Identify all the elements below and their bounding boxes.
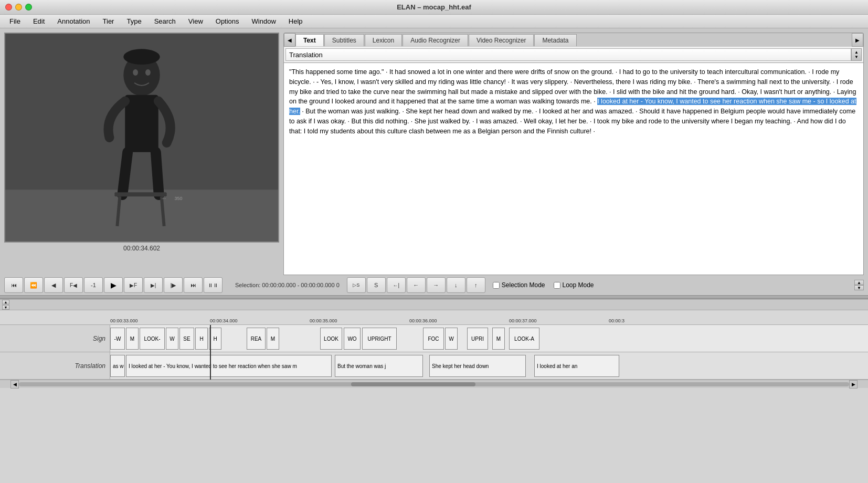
scroll-left-button[interactable]: ◀	[10, 380, 19, 388]
sign-cell-look2[interactable]: LOOK	[320, 328, 342, 350]
ruler-label-0: 00:00:33.000	[110, 318, 210, 323]
sign-cell-m2[interactable]: M	[267, 328, 279, 350]
transport-buttons: ⏮ ⏪ ◀ F◀ -1 ▶ ▶F ▶| |▶ ⏭ ⏸⏸	[4, 277, 223, 293]
text-after-highlight: · But the woman was just walking. · She …	[289, 108, 855, 135]
sign-cell-w3[interactable]: W	[445, 328, 458, 350]
timeline-nav-buttons: ▲ ▼	[2, 300, 9, 310]
tab-metadata[interactable]: Metadata	[534, 34, 576, 46]
menu-file[interactable]: File	[4, 16, 26, 26]
menu-edit[interactable]: Edit	[28, 16, 50, 26]
svg-rect-3	[125, 95, 158, 152]
sign-cell-se[interactable]: SE	[179, 328, 194, 350]
ruler-ticks: 00:00:33.000 00:00:34.000 00:00:35.000 0…	[110, 318, 708, 323]
menu-window[interactable]: Window	[247, 16, 281, 26]
dropdown-bar: Translation Sign ▲ ▼	[283, 47, 864, 63]
menu-type[interactable]: Type	[121, 16, 146, 26]
tab-audio-recognizer[interactable]: Audio Recognizer	[403, 34, 468, 46]
sign-cell-looka[interactable]: LOOK-A	[509, 328, 539, 350]
previous-scroll-button[interactable]: ⏪	[24, 277, 43, 293]
fast-back-button[interactable]: -1	[84, 277, 103, 293]
go-selection-begin-button[interactable]: ←|	[387, 277, 406, 293]
menu-options[interactable]: Options	[210, 16, 245, 26]
trans-cell-main[interactable]: I looked at her - You know, I wanted to …	[126, 355, 332, 377]
ruler-label-3: 00:00:36.000	[409, 318, 509, 323]
trans-cell-she[interactable]: She kept her head down	[429, 355, 526, 377]
forward-step-button[interactable]: →	[427, 277, 446, 293]
tab-lexicon[interactable]: Lexicon	[365, 34, 402, 46]
scroll-down-btn[interactable]: ▼	[854, 285, 864, 290]
fast-forward-button[interactable]: ▶|	[144, 277, 163, 293]
sign-cell-w2[interactable]: W	[166, 328, 178, 350]
secondary-transport: ▷S S ←| ← → ↓ ↑	[347, 277, 485, 293]
tab-subtitles[interactable]: Subtitles	[324, 34, 364, 46]
play-selection-button[interactable]: ▷S	[347, 277, 366, 293]
timeline-container: ▲ ▼ 00:00:33.000 00:00:34.000 00:00:35.0…	[0, 299, 868, 388]
sign-cell-m1[interactable]: M	[126, 328, 139, 350]
go-to-begin-button[interactable]: ⏮	[4, 277, 23, 293]
sign-cell-upright[interactable]: UPRIGHT	[362, 328, 397, 350]
menu-view[interactable]: View	[183, 16, 208, 26]
scroll-up-btn[interactable]: ▲	[854, 280, 864, 285]
ruler-label-2: 00:00:35.000	[310, 318, 409, 323]
menu-tier[interactable]: Tier	[98, 16, 120, 26]
timeline-ruler: 00:00:33.000 00:00:34.000 00:00:35.000 0…	[0, 310, 868, 325]
close-button[interactable]	[5, 4, 12, 10]
up-button[interactable]: ↑	[467, 277, 485, 293]
sign-cell-w[interactable]: -W	[110, 328, 125, 350]
window-controls[interactable]	[5, 4, 32, 10]
video-timestamp: 00:00:34.602	[123, 245, 160, 252]
menu-annotation[interactable]: Annotation	[52, 16, 95, 26]
sign-cell-wo[interactable]: WO	[344, 328, 361, 350]
timeline-top-bar: ▲ ▼	[0, 300, 868, 310]
down-button[interactable]: ↓	[447, 277, 465, 293]
trans-cell-but[interactable]: But the woman was j	[335, 355, 423, 377]
pause-button[interactable]: ⏸⏸	[204, 277, 223, 293]
timeline-scrollbar: ◀ ▶	[0, 380, 868, 388]
ruler-label-5: 00:00:3	[609, 318, 708, 323]
scrollbar-track[interactable]	[19, 382, 849, 386]
tl-up-btn[interactable]: ▲	[2, 300, 9, 304]
translation-dropdown[interactable]: Translation Sign	[285, 48, 851, 61]
sign-cell-upri[interactable]: UPRI	[467, 328, 488, 350]
svg-rect-4	[114, 192, 166, 196]
trans-cell-asw[interactable]: as w	[110, 355, 125, 377]
dropdown-spinner[interactable]: ▲ ▼	[851, 48, 862, 61]
frame-forward-button[interactable]: ▶F	[124, 277, 143, 293]
tab-video-recognizer[interactable]: Video Recognizer	[469, 34, 534, 46]
loop-mode-label[interactable]: Loop Mode	[554, 281, 594, 289]
sign-cell-h2[interactable]: H	[209, 328, 221, 350]
loop-mode-checkbox[interactable]	[554, 282, 560, 289]
svg-text:∙∙∙: ∙∙∙	[162, 195, 166, 201]
sign-cell-foc[interactable]: FOC	[423, 328, 444, 350]
menu-help[interactable]: Help	[283, 16, 308, 26]
minimize-button[interactable]	[15, 4, 22, 10]
tab-text[interactable]: Text	[295, 34, 324, 46]
sign-cell-rea[interactable]: REA	[247, 328, 266, 350]
go-to-end-button[interactable]: ⏭	[184, 277, 203, 293]
text-content-area[interactable]: "This happened some time ago." · It had …	[283, 63, 864, 275]
selection-mode-checkbox[interactable]	[493, 282, 500, 289]
step-forward-button[interactable]: |▶	[164, 277, 183, 293]
tab-left-arrow[interactable]: ◀	[284, 33, 295, 47]
vertical-scroll-control[interactable]: ▲ ▼	[854, 280, 864, 290]
step-back-button[interactable]: ◀	[44, 277, 63, 293]
maximize-button[interactable]	[25, 4, 32, 10]
scrollbar-thumb[interactable]	[351, 382, 475, 386]
selection-button[interactable]: S	[367, 277, 386, 293]
play-button[interactable]: ▶	[104, 277, 123, 293]
menu-search[interactable]: Search	[149, 16, 181, 26]
scroll-right-button[interactable]: ▶	[849, 380, 858, 388]
translation-track-label: Translation	[0, 352, 110, 380]
back-step-button[interactable]: ←	[407, 277, 426, 293]
trans-cell-looked[interactable]: I looked at her an	[534, 355, 619, 377]
sign-cell-m3[interactable]: M	[492, 328, 505, 350]
tab-right-arrow[interactable]: ▶	[852, 33, 863, 47]
selection-mode-label[interactable]: Selection Mode	[493, 281, 545, 289]
sign-cell-h1[interactable]: H	[195, 328, 208, 350]
sign-cell-look[interactable]: LOOK-	[140, 328, 165, 350]
track-labels: Sign Translation	[0, 325, 110, 380]
main-content: ∙∙∙ 350 00:00:34.602 ◀ Text Subtitles Le…	[0, 28, 868, 275]
ruler-label-1: 00:00:34.000	[210, 318, 310, 323]
frame-back-button[interactable]: F◀	[64, 277, 83, 293]
tl-down-btn[interactable]: ▼	[2, 305, 9, 310]
